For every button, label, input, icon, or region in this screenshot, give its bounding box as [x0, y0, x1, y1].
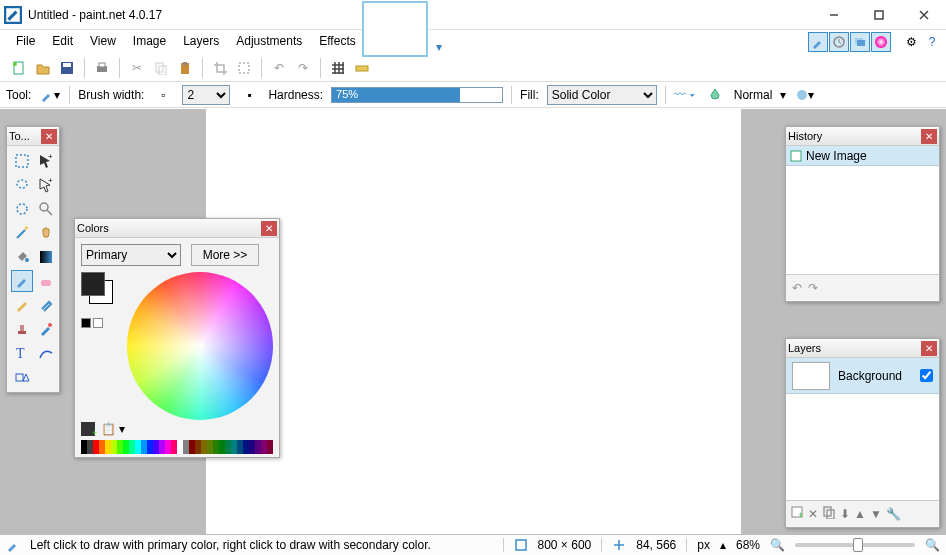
tool-shapes[interactable] [11, 366, 33, 388]
history-item[interactable]: New Image [786, 146, 939, 166]
blend-mode-dropdown-icon[interactable]: ▾ [780, 88, 786, 102]
layer-merge-icon[interactable]: ⬇ [840, 507, 850, 521]
unit-dropdown-icon[interactable]: ▴ [720, 538, 726, 552]
layer-delete-icon[interactable]: ✕ [808, 507, 818, 521]
tool-move-selection[interactable]: + [35, 174, 57, 196]
print-icon[interactable] [91, 57, 113, 79]
open-icon[interactable] [32, 57, 54, 79]
brush-width-decrease-icon[interactable]: ▫ [152, 84, 174, 106]
tool-recolor[interactable] [35, 318, 57, 340]
add-color-icon[interactable]: + [81, 422, 95, 436]
crop-icon[interactable] [209, 57, 231, 79]
palette-menu-icon[interactable]: 📋 ▾ [101, 422, 125, 436]
color-swatches[interactable] [81, 272, 121, 312]
layer-props-icon[interactable]: 🔧 [886, 507, 901, 521]
svg-rect-15 [99, 63, 105, 67]
canvas[interactable] [206, 109, 741, 534]
zoom-slider[interactable] [795, 543, 915, 547]
color-palette[interactable] [81, 440, 273, 454]
tool-ellipse-select[interactable] [11, 198, 33, 220]
more-button[interactable]: More >> [191, 244, 259, 266]
menu-layers[interactable]: Layers [175, 32, 227, 50]
ruler-icon[interactable] [351, 57, 373, 79]
tool-gradient[interactable] [35, 246, 57, 268]
tool-rect-select[interactable] [11, 150, 33, 172]
layer-duplicate-icon[interactable] [822, 505, 836, 522]
tool-lasso[interactable] [11, 174, 33, 196]
grid-icon[interactable] [327, 57, 349, 79]
thumbnail-dropdown-icon[interactable]: ▾ [432, 40, 446, 54]
palette-swatch[interactable] [267, 440, 273, 454]
history-redo-icon[interactable]: ↷ [808, 281, 818, 295]
window-title: Untitled - paint.net 4.0.17 [28, 8, 162, 22]
fill-select[interactable]: Solid Color [547, 85, 657, 105]
unit-label[interactable]: px [697, 538, 710, 552]
minimize-button[interactable] [811, 1, 856, 29]
swap-bw-icon[interactable] [81, 318, 91, 328]
layer-down-icon[interactable]: ▼ [870, 507, 882, 521]
layer-add-icon[interactable]: + [790, 505, 804, 522]
tool-bucket[interactable] [11, 246, 33, 268]
tools-title: To... [9, 130, 30, 142]
tool-paintbrush[interactable] [11, 270, 33, 292]
menu-adjustments[interactable]: Adjustments [228, 32, 310, 50]
color-mode-select[interactable]: Primary [81, 244, 181, 266]
alpha-blend-icon[interactable] [704, 84, 726, 106]
toggle-tools-icon[interactable] [808, 32, 828, 52]
status-tool-icon [6, 538, 20, 552]
hardness-label: Hardness: [268, 88, 323, 102]
new-icon[interactable] [8, 57, 30, 79]
color-wheel[interactable] [127, 272, 273, 420]
maximize-button[interactable] [856, 1, 901, 29]
current-tool-icon[interactable]: ▾ [39, 84, 61, 106]
tool-color-picker[interactable] [35, 294, 57, 316]
colors-close-icon[interactable]: ✕ [261, 221, 277, 236]
antialias-icon[interactable]: 〰 ▾ [674, 84, 696, 106]
zoom-in-icon[interactable]: 🔍 [925, 538, 940, 552]
blend-mode[interactable]: Normal [734, 88, 773, 102]
tools-close-icon[interactable]: ✕ [41, 129, 57, 144]
menu-image[interactable]: Image [125, 32, 174, 50]
close-button[interactable] [901, 1, 946, 29]
copy-icon[interactable] [150, 57, 172, 79]
cut-icon[interactable]: ✂ [126, 57, 148, 79]
svg-rect-34 [18, 331, 26, 334]
tool-pan[interactable] [35, 222, 57, 244]
menu-file[interactable]: File [8, 32, 43, 50]
menu-edit[interactable]: Edit [44, 32, 81, 50]
settings-icon[interactable]: ⚙ [901, 32, 921, 52]
save-icon[interactable] [56, 57, 78, 79]
tool-line[interactable] [35, 342, 57, 364]
zoom-label[interactable]: 68% [736, 538, 760, 552]
history-title: History [788, 130, 822, 142]
toggle-colors-icon[interactable] [871, 32, 891, 52]
tool-eraser[interactable] [35, 270, 57, 292]
layer-visible-checkbox[interactable] [920, 369, 933, 382]
history-close-icon[interactable]: ✕ [921, 129, 937, 144]
hardness-slider[interactable]: 75% [331, 87, 503, 103]
overwrite-icon[interactable]: ▾ [794, 84, 816, 106]
menu-view[interactable]: View [82, 32, 124, 50]
brush-width-select[interactable]: 2 [182, 85, 230, 105]
tool-clone[interactable] [11, 318, 33, 340]
toggle-layers-icon[interactable] [850, 32, 870, 52]
layer-item[interactable]: Background [786, 358, 939, 394]
menu-effects[interactable]: Effects [311, 32, 363, 50]
redo-icon[interactable]: ↷ [292, 57, 314, 79]
deselect-icon[interactable] [233, 57, 255, 79]
undo-icon[interactable]: ↶ [268, 57, 290, 79]
tool-magic-wand[interactable]: ✦ [11, 222, 33, 244]
help-icon[interactable]: ? [922, 32, 942, 52]
zoom-out-icon[interactable]: 🔍 [770, 538, 785, 552]
toggle-history-icon[interactable] [829, 32, 849, 52]
brush-width-increase-icon[interactable]: ▪ [238, 84, 260, 106]
tool-zoom[interactable] [35, 198, 57, 220]
tool-text[interactable]: T [11, 342, 33, 364]
layers-close-icon[interactable]: ✕ [921, 341, 937, 356]
layer-up-icon[interactable]: ▲ [854, 507, 866, 521]
tool-move-selected[interactable]: + [35, 150, 57, 172]
document-thumbnail[interactable] [362, 1, 428, 57]
history-undo-icon[interactable]: ↶ [792, 281, 802, 295]
paste-icon[interactable] [174, 57, 196, 79]
tool-pencil[interactable] [11, 294, 33, 316]
